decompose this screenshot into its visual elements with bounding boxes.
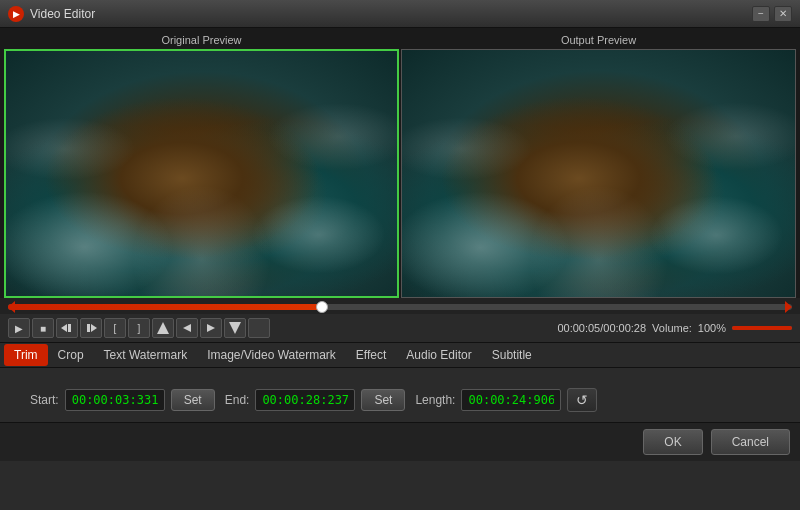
seek-thumb[interactable] [316,301,328,313]
original-video-player[interactable] [4,49,399,298]
ok-button[interactable]: OK [643,429,702,455]
time-display: 00:00:05/00:00:28 [557,322,646,334]
playback-controls: ▶ ■ [ ] [8,318,270,338]
minimize-button[interactable]: − [752,6,770,22]
output-video-player[interactable] [401,49,796,298]
original-video-content [6,51,397,296]
close-button[interactable]: ✕ [774,6,792,22]
seek-start-marker [8,301,15,313]
volume-value: 100% [698,322,726,334]
svg-rect-1 [68,324,71,332]
end-label: End: [225,393,250,407]
undo-button[interactable] [248,318,270,338]
title-bar: ▶ Video Editor − ✕ [0,0,800,28]
mark-in-button[interactable]: [ [104,318,126,338]
svg-marker-0 [61,324,67,332]
start-field: Start: Set [30,389,215,411]
tab-image-video-watermark[interactable]: Image/Video Watermark [197,344,346,366]
length-field: Length: ↺ [415,388,597,412]
volume-slider-fill [732,326,792,330]
volume-label: Volume: [652,322,692,334]
output-video-content [402,50,795,297]
original-preview-panel: Original Preview [4,32,399,298]
app-icon: ▶ [8,6,24,22]
svg-marker-7 [229,322,241,334]
svg-marker-6 [207,324,215,332]
cancel-button[interactable]: Cancel [711,429,790,455]
seek-end-marker [785,301,792,313]
prev-frame-button[interactable] [176,318,198,338]
stop-button[interactable]: ■ [32,318,54,338]
trim-controls-row: Start: Set End: Set Length: ↺ [30,388,770,412]
svg-marker-5 [183,324,191,332]
next-frame-button[interactable] [200,318,222,338]
set-end-button[interactable]: Set [361,389,405,411]
tabs-bar: TrimCropText WatermarkImage/Video Waterm… [0,342,800,368]
app-title: Video Editor [30,7,752,21]
tab-subtitle[interactable]: Subtitle [482,344,542,366]
svg-marker-4 [157,322,169,334]
tab-audio-editor[interactable]: Audio Editor [396,344,481,366]
controls-bar: ▶ ■ [ ] 00:00:05/00:00:28 Volume: 100% [0,314,800,342]
trim-area: Start: Set End: Set Length: ↺ [0,368,800,422]
set-start-button[interactable]: Set [171,389,215,411]
length-label: Length: [415,393,455,407]
seek-bar[interactable] [8,304,792,310]
svg-marker-2 [91,324,97,332]
snapshot-button[interactable] [152,318,174,338]
window-controls: − ✕ [752,6,792,22]
start-label: Start: [30,393,59,407]
rewind-button[interactable] [56,318,78,338]
play-button[interactable]: ▶ [8,318,30,338]
length-input [461,389,561,411]
tab-trim[interactable]: Trim [4,344,48,366]
rotate-button[interactable] [224,318,246,338]
seek-bar-fill [8,304,322,310]
end-field: End: Set [225,389,406,411]
tab-effect[interactable]: Effect [346,344,396,366]
seek-bar-area [0,298,800,314]
forward-button[interactable] [80,318,102,338]
footer: OK Cancel [0,422,800,461]
original-preview-label: Original Preview [161,34,241,46]
start-input[interactable] [65,389,165,411]
reset-button[interactable]: ↺ [567,388,597,412]
end-input[interactable] [255,389,355,411]
mark-out-button[interactable]: ] [128,318,150,338]
output-preview-panel: Output Preview [401,32,796,298]
svg-rect-3 [87,324,90,332]
preview-area: Original Preview Output Preview [0,28,800,298]
time-volume-area: 00:00:05/00:00:28 Volume: 100% [557,322,792,334]
output-preview-label: Output Preview [561,34,636,46]
tab-text-watermark[interactable]: Text Watermark [94,344,198,366]
tab-crop[interactable]: Crop [48,344,94,366]
volume-slider[interactable] [732,326,792,330]
